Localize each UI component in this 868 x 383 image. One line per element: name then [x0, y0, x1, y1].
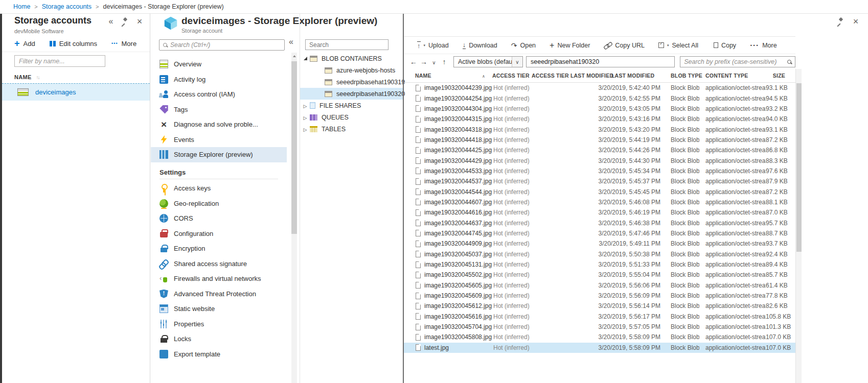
file-icon — [416, 313, 421, 320]
tree-group-queues[interactable]: QUEUES — [300, 111, 403, 123]
blob-row-image190320045609-jpg[interactable]: image190320045609.jpg Hot (inferred) 3/2… — [404, 291, 795, 301]
sidebar-item-properties[interactable]: Properties — [151, 317, 287, 332]
column-header-size[interactable]: SIZE — [766, 73, 795, 79]
open-button[interactable]: Open — [511, 42, 536, 49]
scrollbar-thumb[interactable] — [291, 61, 297, 234]
download-button[interactable]: Download — [463, 41, 497, 49]
blob-row-image190320044315-jpg[interactable]: image190320044315.jpg Hot (inferred) 3/2… — [404, 114, 795, 124]
blob-list-scrollbar[interactable] — [795, 69, 802, 383]
sidebar-item-storage-explorer-preview[interactable]: Storage Explorer (preview) — [151, 147, 287, 162]
column-header-access-tier-last-modified[interactable]: ACCESS TIER LAST MODIFIED — [532, 73, 611, 79]
blob-state-dropdown[interactable]: Active blobs (default) — [453, 56, 523, 67]
pin-button[interactable] — [121, 17, 129, 26]
blob-row-image190320044254-jpg[interactable]: image190320044254.jpg Hot (inferred) 3/2… — [404, 93, 795, 103]
blob-row-image190320044533-jpg[interactable]: image190320044533.jpg Hot (inferred) 3/2… — [404, 166, 795, 176]
column-header-access-tier[interactable]: ACCESS TIER — [492, 73, 532, 79]
tree-search-input[interactable] — [305, 39, 389, 50]
tree-group-file-shares[interactable]: FILE SHARES — [300, 100, 403, 111]
column-header-last-modified[interactable]: LAST MODIFIED — [611, 73, 665, 79]
breadcrumb-storage-accounts[interactable]: Storage accounts — [42, 3, 92, 10]
blob-row-image190320044607-jpg[interactable]: image190320044607.jpg Hot (inferred) 3/2… — [404, 197, 795, 207]
select-all-button[interactable]: ▾ Select All — [658, 42, 698, 49]
blob-row-image190320044537-jpg[interactable]: image190320044537.jpg Hot (inferred) 3/2… — [404, 176, 795, 186]
blob-name: image190320044425.jpg — [424, 147, 492, 154]
blob-access-tier: Hot (inferred) — [492, 292, 532, 299]
tree-group-blob-containers[interactable]: BLOB CONTAINERS — [300, 53, 403, 64]
blob-row-image190320045502-jpg[interactable]: image190320045502.jpg Hot (inferred) 3/2… — [404, 270, 795, 280]
dropdown-button[interactable] — [512, 57, 522, 67]
sidebar-item-overview[interactable]: Overview — [151, 57, 287, 72]
tree-group-tables[interactable]: TABLES — [300, 123, 403, 135]
sidebar-item-cors[interactable]: CORS — [151, 211, 287, 226]
sidebar-item-export-template[interactable]: Export template — [151, 347, 287, 362]
back-arrow-button[interactable] — [408, 58, 419, 66]
blob-row-image190320045808-jpg[interactable]: image190320045808.jpg Hot (inferred) 3/2… — [404, 332, 795, 342]
blob-row-latest-jpg[interactable]: latest.jpg Hot (inferred) 3/20/2019, 5:5… — [404, 343, 795, 353]
sidebar-item-advanced-threat-protection[interactable]: Advanced Threat Protection — [151, 286, 287, 302]
container-path-input[interactable] — [526, 56, 675, 67]
sidebar-item-access-control-iam[interactable]: Access control (IAM) — [151, 87, 287, 102]
copy-button[interactable]: Copy — [712, 42, 736, 49]
sidebar-item-geo-replication[interactable]: Geo-replication — [151, 196, 287, 211]
blob-row-image190320045612-jpg[interactable]: image190320045612.jpg Hot (inferred) 3/2… — [404, 301, 795, 311]
blob-row-image190320045131-jpg[interactable]: image190320045131.jpg Hot (inferred) 3/2… — [404, 259, 795, 270]
blob-row-image190320044544-jpg[interactable]: image190320044544.jpg Hot (inferred) 3/2… — [404, 186, 795, 197]
prefix-search-input[interactable] — [684, 58, 785, 65]
collapse-button[interactable] — [107, 17, 115, 26]
edit-columns-button[interactable]: Edit columns — [50, 40, 97, 47]
blade-search-input[interactable] — [170, 41, 281, 49]
tree-item-azure-webjobs-hosts[interactable]: azure-webjobs-hosts — [300, 64, 403, 76]
blob-row-image190320045037-jpg[interactable]: image190320045037.jpg Hot (inferred) 3/2… — [404, 249, 795, 259]
blob-row-image190320044304-jpg[interactable]: image190320044304.jpg Hot (inferred) 3/2… — [404, 104, 795, 114]
more-button[interactable]: More — [750, 41, 776, 49]
sidebar-item-events[interactable]: Events — [151, 132, 287, 148]
sidebar-item-configuration[interactable]: Configuration — [151, 226, 287, 242]
blob-row-image190320044637-jpg[interactable]: image190320044637.jpg Hot (inferred) 3/2… — [404, 218, 795, 228]
sidebar-item-activity-log[interactable]: Activity log — [151, 72, 287, 87]
blob-row-image190320045605-jpg[interactable]: image190320045605.jpg Hot (inferred) 3/2… — [404, 280, 795, 291]
up-arrow-button[interactable] — [439, 58, 449, 66]
blob-row-image190320044425-jpg[interactable]: image190320044425.jpg Hot (inferred) 3/2… — [404, 145, 795, 155]
breadcrumb-separator: > — [34, 4, 37, 10]
breadcrumb-home[interactable]: Home — [13, 3, 30, 10]
overview-icon — [159, 60, 168, 68]
sidebar-item-locks[interactable]: Locks — [151, 331, 287, 347]
more-button[interactable]: More — [111, 40, 136, 47]
tree-item-seeedrpibasehat190320[interactable]: seeedrpibasehat190320 — [300, 88, 403, 100]
scrollbar-thumb[interactable] — [796, 83, 802, 252]
chevron-down-button[interactable] — [429, 58, 439, 66]
blob-row-image190320044239-jpg[interactable]: image190320044239.jpg Hot (inferred) 3/2… — [404, 83, 795, 93]
column-header-name[interactable]: NAME — [404, 73, 492, 79]
blob-row-image190320044909-jpg[interactable]: image190320044909.jpg Hot (inferred) 3/2… — [404, 238, 795, 249]
scroll-up-icon[interactable] — [291, 53, 297, 59]
sidebar-item-encryption[interactable]: Encryption — [151, 241, 287, 256]
sidebar-item-access-keys[interactable]: Access keys — [151, 181, 287, 196]
sidebar-item-shared-access-signature[interactable]: Shared access signature — [151, 256, 287, 272]
filter-by-name-input[interactable] — [14, 55, 105, 67]
sidebar-item-static-website[interactable]: Static website — [151, 301, 287, 317]
close-button[interactable] — [135, 17, 144, 26]
blob-row-image190320044429-jpg[interactable]: image190320044429.jpg Hot (inferred) 3/2… — [404, 155, 795, 165]
blob-row-image190320045616-jpg[interactable]: image190320045616.jpg Hot (inferred) 3/2… — [404, 312, 795, 322]
storage-account-row-deviceimages[interactable]: deviceimages — [2, 83, 150, 101]
column-header-blob-type[interactable]: BLOB TYPE — [665, 73, 699, 79]
add-button[interactable]: Add — [14, 40, 35, 47]
column-header-content-type[interactable]: CONTENT TYPE — [699, 73, 766, 79]
sidebar-item-tags[interactable]: Tags — [151, 102, 287, 117]
blob-row-image190320044418-jpg[interactable]: image190320044418.jpg Hot (inferred) 3/2… — [404, 135, 795, 145]
blob-row-image190320045704-jpg[interactable]: image190320045704.jpg Hot (inferred) 3/2… — [404, 322, 795, 332]
blob-row-image190320044616-jpg[interactable]: image190320044616.jpg Hot (inferred) 3/2… — [404, 207, 795, 218]
sidebar-item-firewalls-and-virtual-networks[interactable]: Firewalls and virtual networks — [151, 271, 287, 286]
name-column-header[interactable]: NAME — [14, 74, 39, 80]
sidebar-item-diagnose-and-solve-proble[interactable]: Diagnose and solve proble... — [151, 117, 287, 132]
menu-scrollbar[interactable] — [291, 53, 297, 383]
blob-row-image190320044318-jpg[interactable]: image190320044318.jpg Hot (inferred) 3/2… — [404, 124, 795, 134]
upload-button[interactable]: ▾ Upload — [417, 41, 449, 49]
collapse-menu-icon[interactable] — [289, 37, 293, 46]
tree-item-seeedrpibasehat190319[interactable]: seeedrpibasehat190319 — [300, 76, 403, 88]
forward-arrow-button[interactable] — [419, 58, 429, 66]
blob-row-image190320044745-jpg[interactable]: image190320044745.jpg Hot (inferred) 3/2… — [404, 228, 795, 238]
copy-url-button[interactable]: Copy URL — [604, 42, 645, 49]
new-folder-button[interactable]: New Folder — [550, 41, 590, 50]
blob-type: Block Blob — [665, 292, 699, 299]
